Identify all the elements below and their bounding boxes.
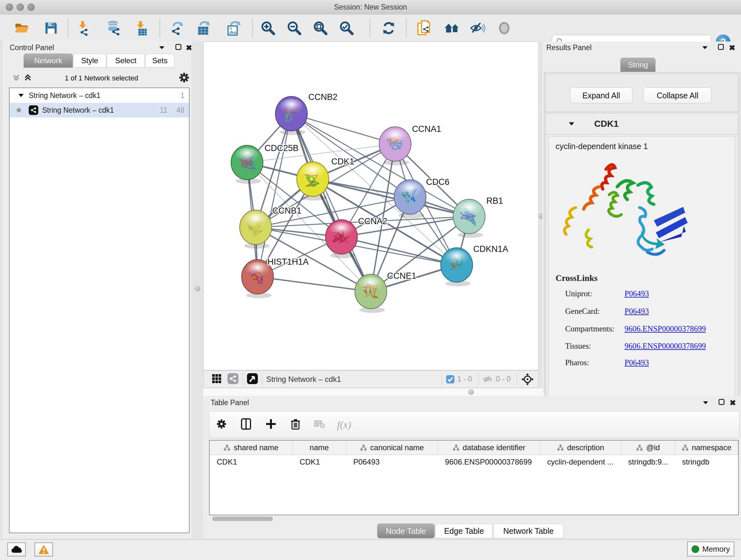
collapse-arrow-icon[interactable]	[568, 121, 575, 127]
crosslink-genecard-link[interactable]: P06493	[624, 307, 649, 316]
refresh-view-button[interactable]	[379, 18, 398, 38]
crosslink-uniprot-link[interactable]: P06493	[624, 289, 649, 298]
network-row-selected[interactable]: String Network – cdk1 11 48	[10, 103, 189, 118]
results-panel-undock-button[interactable]	[718, 44, 724, 52]
cell-id[interactable]: stringdb:9...	[621, 455, 675, 469]
control-panel-undock-button[interactable]	[175, 44, 182, 52]
column-header-canonical-name[interactable]: canonical name	[346, 441, 438, 455]
node-result-header[interactable]: CDK1	[546, 113, 738, 135]
results-panel-close-button[interactable]: ✖	[729, 44, 735, 52]
show-columns-button[interactable]	[241, 418, 252, 431]
tab-style[interactable]: Style	[73, 54, 106, 68]
cell-namespace[interactable]: stringdb	[675, 455, 738, 469]
network-node-CDKN1A[interactable]	[441, 248, 473, 287]
network-share-view-button[interactable]	[227, 373, 239, 386]
network-node-CCNA1[interactable]	[379, 127, 411, 165]
zoom-selected-button[interactable]	[337, 18, 356, 38]
network-node-CCNA2[interactable]	[326, 220, 357, 258]
zoom-fit-button[interactable]	[311, 18, 330, 38]
network-options-gear-button[interactable]	[179, 72, 190, 84]
tab-network[interactable]: Network	[23, 54, 73, 68]
column-header-namespace[interactable]: namespace	[675, 441, 738, 455]
birds-eye-grid-button[interactable]	[212, 374, 221, 385]
export-table-button[interactable]	[193, 18, 212, 38]
crosslink-compartments-link[interactable]: 9606.ENSP00000378699	[624, 324, 706, 333]
function-builder-button: f(x)	[337, 419, 351, 431]
cell-name[interactable]: CDK1	[293, 455, 346, 469]
string-network-icon	[29, 105, 38, 115]
table-panel-float-button[interactable]	[702, 400, 709, 407]
tab-select[interactable]: Select	[107, 54, 145, 68]
horizontal-splitter-handle[interactable]	[468, 389, 474, 395]
show-graphics-details-button[interactable]	[495, 18, 514, 38]
node-table[interactable]: shared name name canonical name database…	[209, 440, 739, 515]
tab-sets[interactable]: Sets	[145, 54, 175, 68]
column-header-database-identifier[interactable]: database identifier	[438, 441, 540, 455]
left-splitter-handle[interactable]	[195, 286, 200, 292]
crosslink-pharos-link[interactable]: P06493	[624, 358, 649, 367]
expand-all-networks-button[interactable]	[23, 73, 32, 84]
export-table-icon	[195, 20, 211, 36]
network-node-CCNE1[interactable]	[355, 274, 387, 313]
import-network-from-file-button[interactable]	[73, 18, 92, 38]
cell-canonical-name[interactable]: P06493	[346, 455, 438, 469]
tab-string[interactable]: String	[620, 58, 656, 72]
zoom-out-button[interactable]	[285, 18, 304, 38]
column-header-name[interactable]: name	[293, 441, 346, 455]
collapse-all-networks-button[interactable]	[11, 73, 21, 84]
network-collection-row[interactable]: String Network – cdk1 1	[10, 88, 189, 103]
memory-button[interactable]: Memory	[687, 542, 734, 557]
clone-network-button[interactable]	[415, 18, 434, 38]
open-session-button[interactable]	[12, 18, 31, 38]
crosslink-label: GeneCard:	[565, 307, 600, 316]
export-network-button[interactable]	[166, 18, 186, 38]
open-in-new-window-button[interactable]	[247, 373, 258, 386]
collapse-arrow-icon[interactable]	[18, 93, 24, 98]
warnings-button[interactable]	[35, 543, 53, 557]
control-panel-float-button[interactable]	[158, 45, 165, 52]
network-node-CCNB1[interactable]	[240, 210, 272, 249]
import-network-from-database-button[interactable]	[104, 18, 123, 38]
cloud-status-button[interactable]	[7, 543, 26, 557]
delete-column-button[interactable]	[290, 418, 300, 431]
home-view-button[interactable]	[442, 18, 461, 38]
hide-selected-button[interactable]	[468, 18, 487, 38]
tab-node-table[interactable]: Node Table	[377, 523, 434, 538]
table-panel-undock-button[interactable]	[718, 398, 725, 407]
cell-description[interactable]: cyclin-dependent ...	[540, 455, 621, 469]
network-node-CDC25B[interactable]	[231, 145, 263, 184]
column-header-id[interactable]: @id	[621, 441, 675, 455]
cell-database-identifier[interactable]: 9606.ENSP00000378699	[438, 455, 540, 469]
save-session-button[interactable]	[42, 18, 61, 38]
status-divider	[517, 373, 517, 386]
fit-selected-crosshair-button[interactable]	[521, 373, 534, 386]
crosslink-tissues-link[interactable]: 9606.ENSP00000378699	[624, 341, 706, 351]
cell-shared-name[interactable]: CDK1	[210, 455, 293, 469]
import-table-from-file-button[interactable]	[131, 18, 150, 38]
network-edge-CCNB2-HIST1H1A[interactable]	[258, 114, 291, 277]
results-panel-float-button[interactable]	[701, 45, 709, 52]
tab-edge-table[interactable]: Edge Table	[435, 523, 493, 538]
status-divider	[478, 373, 479, 386]
network-edge-CCNA2-CDKN1A[interactable]	[341, 237, 457, 265]
zoom-in-button[interactable]	[259, 18, 278, 38]
expand-all-button[interactable]: Expand All	[570, 87, 632, 104]
double-house-icon	[444, 20, 460, 36]
network-canvas[interactable]: CCNB2CCNA1CDC25BCDK1CDC6RB1CCNB1CCNA2CDK…	[204, 42, 538, 370]
table-row[interactable]: CDK1 CDK1 P06493 9606.ENSP00000378699 cy…	[210, 455, 738, 469]
export-image-button[interactable]	[223, 18, 243, 38]
selected-checkbox-icon[interactable]	[446, 375, 455, 384]
network-node-RB1[interactable]	[453, 199, 485, 238]
collapse-all-button[interactable]: Collapse All	[643, 87, 712, 104]
network-node-CCNB2[interactable]	[275, 97, 307, 135]
tab-network-table[interactable]: Network Table	[493, 523, 563, 538]
column-header-description[interactable]: description	[540, 441, 621, 455]
table-options-gear-button[interactable]	[216, 419, 226, 430]
add-column-button[interactable]	[266, 419, 276, 431]
network-edge-HIST1H1A-CCNE1[interactable]	[258, 277, 371, 292]
network-node-label-CDC25B: CDC25B	[265, 143, 299, 153]
table-panel-close-button[interactable]: ✖	[730, 398, 736, 408]
column-header-shared-name[interactable]: shared name	[210, 441, 293, 455]
table-horizontal-scrollbar[interactable]	[212, 516, 273, 521]
network-view-toolbar: String Network – cdk1 1 - 0 0 - 0	[203, 370, 539, 388]
